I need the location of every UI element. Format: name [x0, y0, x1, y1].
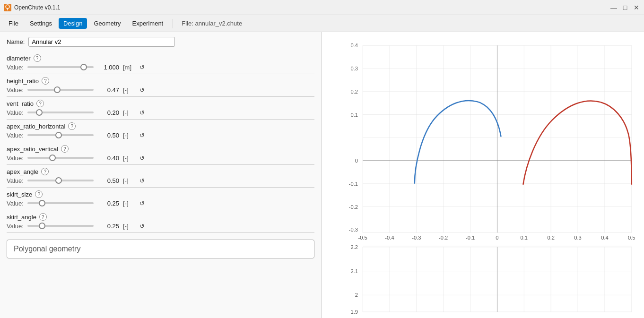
value-label-apex_angle: Value:: [7, 177, 24, 184]
name-input[interactable]: [28, 37, 175, 47]
reset-btn-apex_ratio_vertical[interactable]: ↺: [138, 154, 146, 162]
menu-settings[interactable]: Settings: [25, 18, 57, 29]
param-name-apex_angle: apex_angle: [7, 168, 38, 175]
param-label-row-skirt_angle: skirt_angle ?: [7, 213, 314, 221]
unit-display-apex_ratio_horizontal: [-]: [123, 132, 134, 139]
value-display-apex_ratio_vertical: 0.40: [97, 155, 119, 162]
menu-experiment[interactable]: Experiment: [127, 18, 168, 29]
param-value-row-diameter: Value: 1.000 [m] ↺: [7, 63, 314, 71]
help-btn-apex_ratio_vertical[interactable]: ?: [61, 145, 69, 153]
param-value-row-skirt_size: Value: 0.25 [-] ↺: [7, 199, 314, 207]
menu-file[interactable]: File: [4, 18, 23, 29]
help-btn-skirt_size[interactable]: ?: [35, 190, 43, 198]
help-btn-apex_ratio_horizontal[interactable]: ?: [68, 122, 76, 130]
param-name-apex_ratio_vertical: apex_ratio_vertical: [7, 146, 58, 153]
value-label-skirt_size: Value:: [7, 200, 24, 207]
param-value-row-apex_ratio_vertical: Value: 0.40 [-] ↺: [7, 154, 314, 162]
right-panel: 0.4 0.3 0.2 0.1 0 -0.1 -0.2 -0.3 -0.5 -0…: [322, 32, 644, 318]
param-value-row-apex_angle: Value: 0.50 [-] ↺: [7, 177, 314, 184]
help-btn-skirt_angle[interactable]: ?: [39, 213, 47, 221]
reset-btn-apex_angle[interactable]: ↺: [138, 177, 146, 184]
svg-text:2: 2: [355, 292, 358, 298]
help-btn-vent_ratio[interactable]: ?: [36, 100, 44, 107]
reset-btn-diameter[interactable]: ↺: [138, 63, 146, 71]
slider-thumb-skirt_size[interactable]: [39, 200, 45, 206]
unit-display-apex_angle: [-]: [123, 177, 134, 184]
unit-display-skirt_angle: [-]: [123, 223, 134, 230]
param-label-row-diameter: diameter ?: [7, 54, 314, 62]
slider-track-skirt_angle: [27, 225, 94, 227]
value-display-vent_ratio: 0.20: [97, 109, 119, 116]
svg-text:-0.3: -0.3: [349, 227, 358, 232]
slider-thumb-apex_ratio_horizontal[interactable]: [55, 132, 62, 138]
title-bar: OpenChute v0.1.1 — □ ✕: [0, 0, 644, 15]
value-display-apex_angle: 0.50: [97, 177, 119, 184]
param-name-skirt_angle: skirt_angle: [7, 214, 36, 221]
menu-bar: File Settings Design Geometry Experiment…: [0, 15, 644, 32]
param-name-vent_ratio: vent_ratio: [7, 100, 34, 107]
unit-display-vent_ratio: [-]: [123, 109, 134, 116]
app-title: OpenChute v0.1.1: [14, 4, 60, 11]
value-display-skirt_size: 0.25: [97, 200, 119, 207]
reset-btn-vent_ratio[interactable]: ↺: [138, 109, 146, 116]
reset-btn-skirt_size[interactable]: ↺: [138, 199, 146, 207]
poly-title: Polygonal geometry: [14, 245, 80, 253]
slider-thumb-diameter[interactable]: [80, 64, 87, 70]
poly-box: Polygonal geometry: [7, 240, 314, 258]
value-label-vent_ratio: Value:: [7, 109, 24, 116]
left-panel: Name: diameter ? Value: 1.000 [m] ↺ heig…: [0, 32, 322, 318]
svg-text:0.4: 0.4: [601, 235, 609, 241]
param-label-row-apex_ratio_vertical: apex_ratio_vertical ?: [7, 145, 314, 153]
svg-text:0.4: 0.4: [350, 43, 358, 48]
param-value-row-apex_ratio_horizontal: Value: 0.50 [-] ↺: [7, 131, 314, 139]
value-display-skirt_angle: 0.25: [97, 223, 119, 230]
menu-design[interactable]: Design: [59, 18, 87, 29]
reset-btn-apex_ratio_horizontal[interactable]: ↺: [138, 131, 146, 139]
minimize-button[interactable]: —: [610, 4, 618, 11]
slider-thumb-skirt_angle[interactable]: [39, 223, 45, 229]
value-display-diameter: 1.000: [97, 64, 119, 71]
param-vent_ratio: vent_ratio ? Value: 0.20 [-] ↺: [7, 97, 314, 120]
reset-btn-skirt_angle[interactable]: ↺: [138, 222, 146, 230]
svg-text:0.2: 0.2: [547, 235, 555, 241]
svg-text:0.1: 0.1: [350, 112, 358, 118]
close-button[interactable]: ✕: [633, 4, 640, 11]
reset-btn-height_ratio[interactable]: ↺: [138, 86, 146, 94]
value-display-height_ratio: 0.47: [97, 86, 119, 94]
svg-text:2.1: 2.1: [350, 268, 358, 274]
slider-track-apex_angle: [27, 180, 94, 181]
param-label-row-skirt_size: skirt_size ?: [7, 190, 314, 198]
maximize-button[interactable]: □: [621, 4, 629, 11]
svg-text:0.5: 0.5: [628, 235, 635, 241]
slider-thumb-apex_angle[interactable]: [55, 177, 62, 184]
param-value-row-skirt_angle: Value: 0.25 [-] ↺: [7, 222, 314, 230]
svg-text:-0.1: -0.1: [466, 235, 475, 241]
param-label-row-height_ratio: height_ratio ?: [7, 77, 314, 85]
param-apex_ratio_horizontal: apex_ratio_horizontal ? Value: 0.50 [-] …: [7, 120, 314, 142]
svg-text:2.2: 2.2: [350, 244, 358, 250]
slider-track-skirt_size: [27, 202, 94, 204]
slider-thumb-height_ratio[interactable]: [54, 86, 61, 93]
help-btn-diameter[interactable]: ?: [34, 54, 41, 62]
value-label-height_ratio: Value:: [7, 86, 24, 94]
svg-text:-0.5: -0.5: [358, 235, 367, 241]
param-apex_ratio_vertical: apex_ratio_vertical ? Value: 0.40 [-] ↺: [7, 142, 314, 165]
slider-thumb-apex_ratio_vertical[interactable]: [49, 155, 56, 161]
value-display-apex_ratio_horizontal: 0.50: [97, 132, 119, 139]
param-name-skirt_size: skirt_size: [7, 191, 32, 198]
param-label-row-apex_ratio_horizontal: apex_ratio_horizontal ?: [7, 122, 314, 130]
help-btn-height_ratio[interactable]: ?: [42, 77, 49, 85]
svg-text:0: 0: [496, 235, 498, 241]
help-btn-apex_angle[interactable]: ?: [41, 168, 49, 175]
slider-track-diameter: [27, 66, 94, 68]
param-name-height_ratio: height_ratio: [7, 77, 39, 85]
menu-geometry[interactable]: Geometry: [89, 18, 125, 29]
param-name-apex_ratio_horizontal: apex_ratio_horizontal: [7, 123, 65, 130]
slider-track-height_ratio: [27, 89, 94, 91]
unit-display-height_ratio: [-]: [123, 86, 134, 94]
params-container: diameter ? Value: 1.000 [m] ↺ height_rat…: [7, 52, 314, 233]
unit-display-apex_ratio_vertical: [-]: [123, 155, 134, 162]
param-name-diameter: diameter: [7, 55, 31, 62]
slider-thumb-vent_ratio[interactable]: [36, 109, 43, 116]
slider-track-apex_ratio_vertical: [27, 157, 94, 159]
